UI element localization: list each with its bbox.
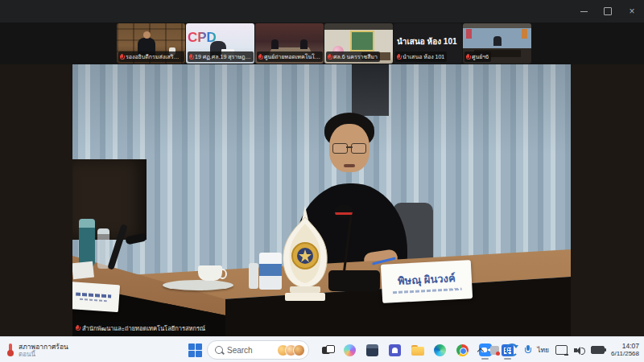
restore-button[interactable] bbox=[596, 0, 620, 23]
thermometer-icon bbox=[6, 343, 14, 356]
muted-mic-icon bbox=[189, 54, 193, 60]
documents bbox=[72, 261, 94, 280]
participant-name: รองอธิบดีกรมส่งเสริมสหกรณ… bbox=[126, 52, 182, 61]
speaker-nameplate-text: พิษณุ ผินวงค์ bbox=[398, 269, 456, 290]
teams-button[interactable] bbox=[386, 340, 403, 360]
teams-icon bbox=[389, 344, 401, 356]
recorder-tray-icon[interactable] bbox=[490, 346, 499, 355]
mail-app-icon bbox=[366, 344, 378, 356]
muted-mic-icon bbox=[328, 54, 332, 60]
clock[interactable]: 14:07 6/11/2568 bbox=[611, 343, 639, 357]
start-button[interactable] bbox=[188, 343, 202, 357]
speaker-label-text: สำนักพัฒนาและถ่ายทอดเทคโนโลยีการสหกรณ์ bbox=[82, 323, 205, 333]
muted-mic-icon bbox=[76, 325, 80, 331]
microphone-tray-icon[interactable] bbox=[525, 345, 530, 355]
video-thumbnail-2[interactable]: CPD 19 ศฏ.ศล.19 สุราษฎร์ธานี bbox=[186, 23, 254, 64]
file-explorer-icon bbox=[411, 345, 424, 356]
close-icon: × bbox=[629, 6, 634, 16]
language-indicator[interactable]: ไทย bbox=[537, 344, 549, 356]
muted-mic-icon bbox=[397, 54, 401, 60]
small-bottle bbox=[249, 263, 258, 289]
muted-mic-icon bbox=[120, 54, 124, 60]
window-titlebar: × bbox=[0, 0, 644, 23]
participant-name-tag: ศูนย์ฯ6 bbox=[464, 51, 491, 62]
poster-art bbox=[466, 29, 472, 39]
table-mic bbox=[335, 205, 353, 218]
search-highlights-avatars bbox=[277, 344, 305, 356]
royal-emblem-trophy bbox=[279, 206, 332, 301]
active-speaker-video: พิษณุ ผินวงค์ สำนักพัฒนาและถ่ายทอดเทคโนโ… bbox=[72, 64, 571, 336]
weather-subtext: ตอนนี้ bbox=[19, 351, 68, 358]
participant-name-tag: รองอธิบดีกรมส่งเสริมสหกรณ… bbox=[118, 51, 184, 62]
participant-name: ศล.6 นครราชสีมา bbox=[333, 52, 378, 61]
participant-name-tag: ศูนย์ถ่ายทอดเทคโนโลยีการ… bbox=[257, 51, 323, 62]
participant-name-tag: ศล.6 นครราชสีมา bbox=[326, 51, 380, 62]
weather-widget[interactable]: สภาพอากาศร้อน ตอนนี้ bbox=[6, 337, 68, 362]
left-nameplate bbox=[72, 282, 120, 312]
clock-time: 14:07 bbox=[622, 343, 639, 350]
edge-icon bbox=[434, 344, 446, 356]
clock-date: 6/11/2568 bbox=[611, 350, 639, 357]
muted-mic-icon bbox=[258, 54, 262, 60]
video-thumbnail-5[interactable]: นำเสนอ ห้อง 101 นำเสนอ ห้อง 101 bbox=[394, 23, 462, 64]
participant-name-tag: นำเสนอ ห้อง 101 bbox=[395, 51, 447, 62]
search-box[interactable]: Search bbox=[207, 340, 309, 360]
participant-name: ศูนย์ถ่ายทอดเทคโนโลยีการ… bbox=[264, 52, 320, 61]
search-icon bbox=[215, 346, 223, 354]
participant-filmstrip: รองอธิบดีกรมส่งเสริมสหกรณ… CPD 19 ศฏ.ศล.… bbox=[0, 23, 644, 64]
speaker-glasses bbox=[332, 143, 366, 153]
poster-art bbox=[522, 29, 527, 39]
video-thumbnail-3[interactable]: ศูนย์ถ่ายทอดเทคโนโลยีการ… bbox=[255, 23, 324, 64]
close-button[interactable]: × bbox=[620, 0, 644, 23]
participant-name-tag: 19 ศฏ.ศล.19 สุราษฎร์ธานี bbox=[188, 51, 254, 62]
speaker-mouth bbox=[344, 164, 355, 167]
hidden-icons-chevron[interactable] bbox=[477, 347, 484, 353]
mail-app-button[interactable] bbox=[364, 340, 381, 360]
blue-tumbler bbox=[79, 219, 95, 267]
edge-button[interactable] bbox=[431, 340, 448, 360]
participant-figure bbox=[271, 39, 279, 49]
participant-name: 19 ศฏ.ศล.19 สุราษฎร์ธานี bbox=[195, 52, 251, 61]
participant-name: ศูนย์ฯ6 bbox=[472, 52, 489, 61]
battery-icon[interactable] bbox=[591, 346, 605, 354]
main-video-area: พิษณุ ผินวงค์ สำนักพัฒนาและถ่ายทอดเทคโนโ… bbox=[0, 64, 644, 336]
saucer-plate bbox=[163, 280, 233, 290]
participant-figure-head bbox=[143, 31, 151, 39]
file-explorer-button[interactable] bbox=[409, 340, 426, 360]
chrome-icon bbox=[456, 344, 469, 356]
banner-art bbox=[350, 31, 374, 51]
water-bottle bbox=[97, 228, 109, 269]
participant-name: นำเสนอ ห้อง 101 bbox=[402, 52, 444, 61]
coffee-cup bbox=[198, 265, 222, 281]
task-view-button[interactable] bbox=[319, 340, 336, 360]
system-tray: ไทย 14:07 6/11/2568 bbox=[477, 337, 644, 362]
speaker-nameplate: พิษณุ ผินวงค์ bbox=[381, 260, 473, 303]
video-thumbnail-4[interactable]: ศล.6 นครราชสีมา bbox=[324, 23, 393, 64]
video-thumbnail-6[interactable]: ศูนย์ฯ6 bbox=[463, 23, 531, 64]
restore-icon bbox=[604, 7, 612, 15]
copilot-icon bbox=[344, 344, 356, 356]
video-thumbnail-1[interactable]: รองอธิบดีกรมส่งเสริมสหกรณ… bbox=[117, 23, 185, 64]
table-mic-base bbox=[328, 270, 380, 291]
muted-mic-icon bbox=[466, 54, 470, 60]
sync-tray-icon[interactable] bbox=[506, 343, 518, 356]
active-speaker-name-overlay: นำเสนอ ห้อง 101 bbox=[397, 35, 460, 47]
volume-icon[interactable] bbox=[574, 346, 584, 355]
weather-condition: สภาพอากาศร้อน bbox=[19, 343, 68, 351]
copilot-button[interactable] bbox=[341, 340, 358, 360]
speaker-label-overlay: สำนักพัฒนาและถ่ายทอดเทคโนโลยีการสหกรณ์ bbox=[72, 322, 210, 335]
window-controls: × bbox=[572, 0, 644, 23]
task-view-icon bbox=[322, 345, 333, 355]
wall-panel bbox=[352, 64, 389, 116]
chrome-button[interactable] bbox=[454, 340, 471, 360]
search-placeholder: Search bbox=[227, 346, 273, 355]
participant-figure bbox=[300, 39, 308, 49]
taskbar: สภาพอากาศร้อน ตอนนี้ Search ไทย bbox=[0, 336, 644, 362]
display-tray-icon[interactable] bbox=[555, 345, 568, 355]
minimize-icon bbox=[580, 11, 588, 12]
participant-figure bbox=[493, 36, 502, 46]
minimize-button[interactable] bbox=[572, 0, 596, 23]
taskbar-center: Search bbox=[188, 337, 516, 362]
